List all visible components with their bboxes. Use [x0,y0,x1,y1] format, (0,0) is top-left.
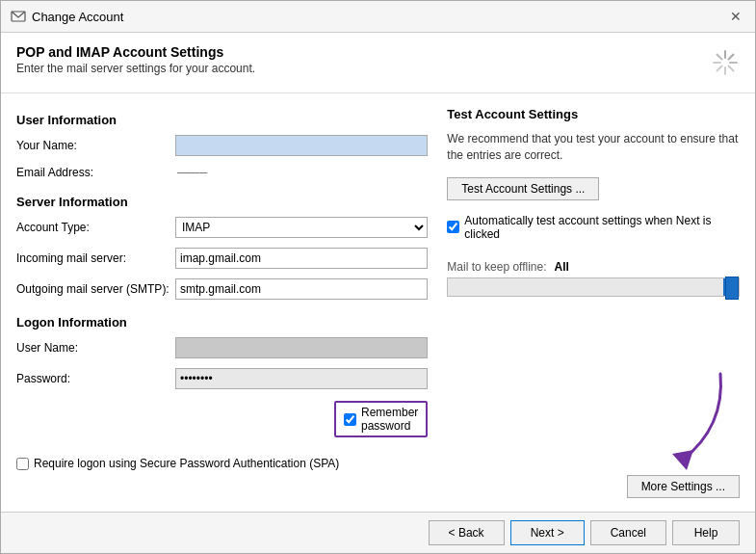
incoming-mail-row: Incoming mail server: [16,248,428,269]
slider-track [447,277,740,297]
title-bar: Change Account ✕ [1,1,755,33]
spinner-icon [711,48,740,83]
test-description: We recommend that you test your account … [447,131,740,164]
title-bar-left: Change Account [11,9,123,24]
spa-label: Require logon using Secure Password Auth… [34,457,339,470]
account-type-select[interactable]: IMAP POP3 [175,217,428,238]
remember-password-label: Remember password [361,406,418,433]
slider-area: Mail to keep offline: All [447,260,740,297]
auto-test-label: Automatically test account settings when… [464,214,740,241]
spa-checkbox[interactable] [16,458,29,470]
account-type-select-wrapper: IMAP POP3 [175,217,428,238]
remember-password-wrapper: Remember password [175,401,428,443]
back-button[interactable]: < Back [429,520,505,545]
footer: < Back Next > Cancel Help [1,512,755,553]
arrow-area [447,306,740,465]
content-area: User Information Your Name: Email Addres… [1,93,755,512]
header-subtitle: Enter the mail server settings for your … [16,62,255,75]
slider-value: All [555,260,569,274]
user-name-label: User Name: [16,341,175,355]
help-button[interactable]: Help [672,520,740,545]
account-type-row: Account Type: IMAP POP3 [16,217,428,238]
auto-test-checkbox[interactable] [447,221,459,233]
left-panel: User Information Your Name: Email Addres… [16,107,428,498]
user-name-input[interactable] [175,337,428,358]
purple-arrow-icon [643,369,730,475]
window-title: Change Account [32,10,123,24]
svg-marker-9 [672,450,693,470]
user-name-row: User Name: [16,337,428,358]
incoming-mail-input[interactable] [175,248,428,269]
password-input[interactable] [175,368,428,389]
your-name-input[interactable] [175,135,428,156]
svg-line-8 [717,66,722,71]
account-type-label: Account Type: [16,221,175,234]
more-settings-button[interactable]: More Settings ... [627,475,740,498]
next-button[interactable]: Next > [510,520,585,545]
slider-label-row: Mail to keep offline: All [447,260,740,274]
email-address-value: ──── [177,167,207,178]
slider-thumb[interactable] [725,277,739,300]
slider-label: Mail to keep offline: [447,260,546,274]
envelope-icon [11,9,26,24]
password-row: Password: [16,368,428,389]
right-panel: Test Account Settings We recommend that … [447,107,740,498]
outgoing-mail-input[interactable] [175,278,428,300]
your-name-row: Your Name: [16,135,428,156]
your-name-label: Your Name: [16,139,175,152]
remember-password-checkbox[interactable] [344,413,356,426]
outgoing-mail-row: Outgoing mail server (SMTP): [16,278,428,300]
password-label: Password: [16,372,175,385]
close-button[interactable]: ✕ [726,7,745,26]
content-wrapper: User Information Your Name: Email Addres… [1,93,755,512]
server-info-title: Server Information [16,195,428,209]
header-section: POP and IMAP Account Settings Enter the … [1,33,755,93]
test-btn-wrapper: Test Account Settings ... [447,173,740,200]
auto-test-row: Automatically test account settings when… [447,214,740,241]
test-account-title: Test Account Settings [447,107,740,121]
spa-row: Require logon using Secure Password Auth… [16,457,428,470]
test-account-settings-button[interactable]: Test Account Settings ... [447,177,599,200]
header-title: POP and IMAP Account Settings [16,44,255,60]
user-info-title: User Information [16,113,428,127]
email-address-row: Email Address: ──── [16,166,428,179]
svg-line-6 [729,66,734,71]
remember-password-box: Remember password [334,401,428,437]
logon-info-title: Logon Information [16,315,428,330]
email-address-label: Email Address: [16,166,175,179]
cancel-button[interactable]: Cancel [590,520,666,545]
incoming-mail-label: Incoming mail server: [16,251,175,265]
change-account-window: Change Account ✕ POP and IMAP Account Se… [0,0,756,554]
outgoing-mail-label: Outgoing mail server (SMTP): [16,282,175,296]
loading-icon [711,48,740,77]
svg-line-5 [717,55,722,60]
svg-line-7 [729,55,734,60]
